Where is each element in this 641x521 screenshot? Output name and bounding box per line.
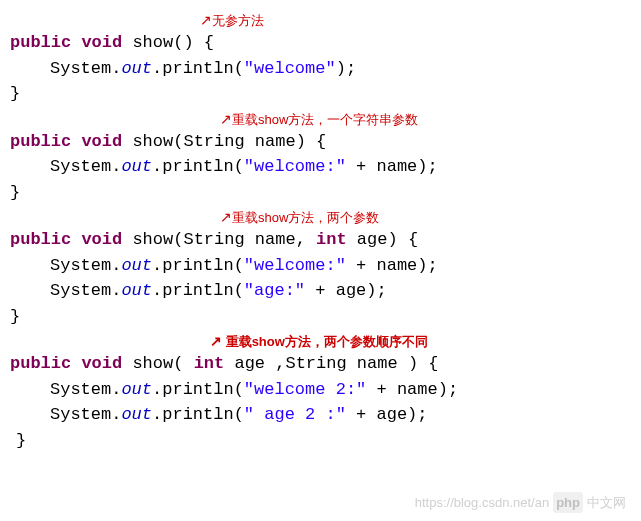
method-body-line: System.out.println("welcome:" + name); xyxy=(10,154,631,180)
close-brace: } xyxy=(10,180,631,206)
annotation-text: 无参方法 xyxy=(212,13,264,28)
annotation-text: 重载show方法，一个字符串参数 xyxy=(232,112,418,127)
method-signature: public void show() { xyxy=(10,30,631,56)
annotation-two-params-reorder: ↗ 重载show方法，两个参数顺序不同 xyxy=(10,331,631,351)
method-show-string-int: public void show(String name, int age) {… xyxy=(10,227,631,329)
method-body-line: System.out.println("welcome 2:" + name); xyxy=(10,377,631,403)
method-signature: public void show(String name, int age) { xyxy=(10,227,631,253)
method-body-line: System.out.println("age:" + age); xyxy=(10,278,631,304)
annotation-no-params: ↗无参方法 xyxy=(10,10,631,30)
annotation-text: 重载show方法，两个参数 xyxy=(232,210,379,225)
method-show-noargs: public void show() { System.out.println(… xyxy=(10,30,631,107)
method-signature: public void show(String name) { xyxy=(10,129,631,155)
annotation-text: 重载show方法，两个参数顺序不同 xyxy=(226,334,428,349)
method-show-string: public void show(String name) { System.o… xyxy=(10,129,631,206)
close-brace: } xyxy=(10,304,631,330)
annotation-two-params: ↗重载show方法，两个参数 xyxy=(10,207,631,227)
method-body-line: System.out.println(" age 2 :" + age); xyxy=(10,402,631,428)
arrow-icon: ↗ xyxy=(220,209,232,225)
arrow-icon: ↗ xyxy=(200,12,212,28)
arrow-icon: ↗ xyxy=(220,111,232,127)
close-brace: } xyxy=(10,428,631,454)
method-signature: public void show( int age ,String name )… xyxy=(10,351,631,377)
method-body-line: System.out.println("welcome:" + name); xyxy=(10,253,631,279)
arrow-icon: ↗ xyxy=(210,333,222,349)
method-show-int-string: public void show( int age ,String name )… xyxy=(10,351,631,453)
annotation-one-string: ↗重载show方法，一个字符串参数 xyxy=(10,109,631,129)
close-brace: } xyxy=(10,81,631,107)
method-body-line: System.out.println("welcome"); xyxy=(10,56,631,82)
